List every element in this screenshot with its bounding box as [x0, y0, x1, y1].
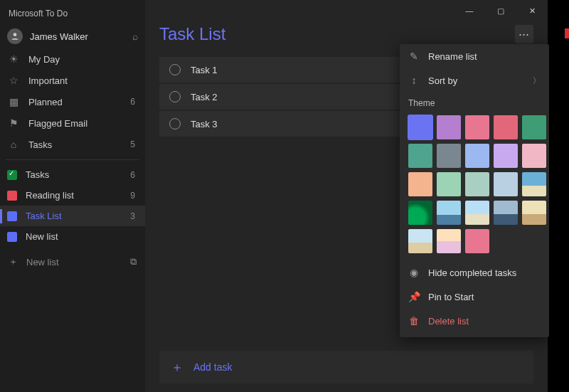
- trash-icon: 🗑: [408, 315, 420, 327]
- theme-swatch[interactable]: [522, 172, 546, 196]
- minimize-button[interactable]: —: [454, 1, 485, 21]
- add-task-label: Add task: [193, 361, 232, 373]
- annotation-arrow: [565, 26, 569, 43]
- sidebar-item[interactable]: Tasks 6: [0, 164, 145, 185]
- theme-swatch[interactable]: [494, 172, 518, 196]
- plus-icon: ＋: [171, 359, 184, 376]
- theme-swatch[interactable]: [437, 229, 461, 253]
- close-button[interactable]: ✕: [516, 1, 548, 21]
- list-icon: ⚑: [7, 117, 20, 129]
- theme-swatch[interactable]: [408, 144, 432, 168]
- task-checkbox[interactable]: [169, 118, 181, 129]
- svg-point-0: [14, 33, 17, 36]
- theme-swatch[interactable]: [522, 201, 546, 225]
- theme-swatch[interactable]: [437, 201, 461, 225]
- menu-rename[interactable]: ✎ Rename list: [400, 44, 549, 68]
- theme-swatch[interactable]: [408, 201, 432, 225]
- list-color-icon: [7, 232, 17, 242]
- new-list-row[interactable]: ＋ New list ⧉: [0, 248, 145, 275]
- chevron-right-icon: 〉: [533, 75, 541, 86]
- avatar-icon: [7, 28, 23, 44]
- sidebar-item-count: 3: [130, 211, 135, 221]
- pencil-icon: ✎: [408, 51, 420, 62]
- menu-sortby[interactable]: ↕ Sort by 〉: [400, 68, 549, 92]
- theme-swatch[interactable]: [494, 115, 518, 139]
- list-color-icon: [7, 191, 17, 201]
- menu-pin[interactable]: 📌 Pin to Start: [400, 285, 549, 309]
- theme-swatch[interactable]: [437, 172, 461, 196]
- menu-hide-completed[interactable]: ◉ Hide completed tasks: [400, 260, 549, 285]
- sidebar-item-count: 9: [130, 191, 135, 201]
- sidebar-item[interactable]: Reading list 9: [0, 185, 145, 206]
- sidebar-item-label: Tasks: [26, 169, 122, 180]
- theme-swatch[interactable]: [465, 201, 489, 225]
- theme-swatch[interactable]: [522, 144, 546, 168]
- list-options-button[interactable]: ⋯: [515, 25, 533, 43]
- sidebar-item-label: Planned: [28, 97, 122, 107]
- theme-swatch[interactable]: [522, 115, 546, 139]
- theme-swatch[interactable]: [408, 172, 432, 196]
- task-title: Task 3: [191, 119, 218, 129]
- list-icon: ⌂: [7, 139, 20, 150]
- theme-swatch[interactable]: [437, 144, 461, 168]
- theme-swatch[interactable]: [494, 144, 518, 168]
- list-color-icon: [7, 211, 17, 221]
- sidebar-item[interactable]: Task List 3: [0, 206, 145, 226]
- theme-swatch[interactable]: [408, 229, 432, 253]
- sidebar-item[interactable]: ☆ Important: [0, 70, 145, 91]
- sort-icon: ↕: [408, 75, 420, 86]
- theme-swatch-grid: [400, 111, 549, 260]
- check-circle-icon: ◉: [408, 267, 420, 278]
- sidebar-item[interactable]: ⚑ Flagged Email: [0, 112, 145, 134]
- sidebar-item[interactable]: ▦ Planned 6: [0, 91, 145, 112]
- app-window: Microsoft To Do James Walker ⌕ ☀ My Day …: [0, 0, 548, 392]
- svg-marker-1: [565, 26, 569, 41]
- sidebar: Microsoft To Do James Walker ⌕ ☀ My Day …: [0, 0, 145, 392]
- new-list-label: New list: [26, 257, 59, 267]
- sidebar-item-label: Reading list: [26, 190, 122, 201]
- sidebar-item-label: Tasks: [28, 139, 122, 150]
- theme-swatch[interactable]: [465, 115, 489, 139]
- app-title: Microsoft To Do: [0, 6, 145, 24]
- menu-pin-label: Pin to Start: [428, 292, 474, 302]
- theme-swatch[interactable]: [465, 172, 489, 196]
- title-bar: — ▢ ✕: [145, 0, 548, 21]
- theme-swatch[interactable]: [465, 144, 489, 168]
- menu-delete[interactable]: 🗑 Delete list: [400, 309, 549, 333]
- task-checkbox[interactable]: [169, 64, 181, 75]
- theme-header: Theme: [400, 92, 549, 111]
- new-group-icon[interactable]: ⧉: [130, 256, 137, 267]
- task-title: Task 2: [191, 92, 218, 102]
- add-task-row[interactable]: ＋ Add task: [159, 351, 533, 383]
- menu-delete-label: Delete list: [428, 316, 469, 327]
- sidebar-item-label: Task List: [26, 211, 122, 221]
- account-row[interactable]: James Walker ⌕: [0, 24, 145, 48]
- sidebar-separator: [6, 159, 139, 160]
- sidebar-item-count: 5: [130, 139, 135, 149]
- menu-rename-label: Rename list: [428, 51, 477, 62]
- theme-swatch[interactable]: [465, 229, 489, 253]
- main-pane: — ▢ ✕ Task List ⋯ Task 1 Task 2 Task 3 ＋…: [145, 0, 548, 392]
- list-color-icon: [7, 170, 17, 180]
- theme-swatch[interactable]: [494, 201, 518, 225]
- menu-hide-completed-label: Hide completed tasks: [428, 267, 516, 278]
- sidebar-item-count: 6: [130, 170, 135, 180]
- sidebar-item[interactable]: ☀ My Day: [0, 48, 145, 70]
- list-title[interactable]: Task List: [159, 24, 508, 44]
- menu-sortby-label: Sort by: [428, 75, 457, 86]
- theme-swatch[interactable]: [437, 115, 461, 139]
- user-name: James Walker: [30, 31, 125, 42]
- sidebar-item[interactable]: New list: [0, 226, 145, 247]
- list-icon: ☀: [7, 53, 20, 65]
- task-title: Task 1: [191, 65, 218, 75]
- task-checkbox[interactable]: [169, 91, 181, 102]
- list-icon: ▦: [7, 96, 20, 107]
- maximize-button[interactable]: ▢: [485, 1, 516, 21]
- sidebar-item-label: New list: [26, 231, 127, 242]
- theme-swatch[interactable]: [408, 115, 432, 139]
- plus-icon: ＋: [9, 255, 18, 268]
- list-header: Task List ⋯: [145, 21, 548, 47]
- sidebar-item-label: Flagged Email: [28, 118, 127, 129]
- sidebar-item[interactable]: ⌂ Tasks 5: [0, 134, 145, 155]
- search-icon[interactable]: ⌕: [132, 31, 138, 42]
